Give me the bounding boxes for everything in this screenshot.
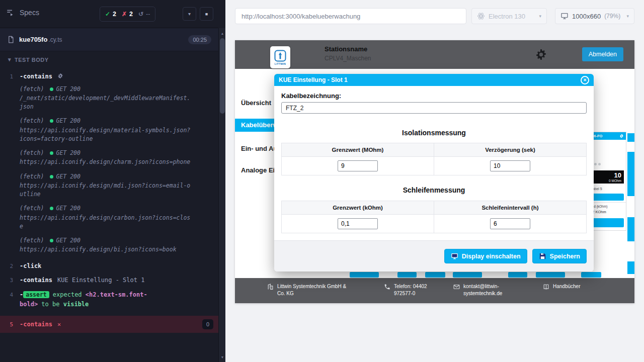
cable-name-input[interactable] xyxy=(281,102,587,114)
modal-body: Kabelbezeichnung: Isolationsmessung Gren… xyxy=(274,86,594,233)
footer-phone[interactable]: Telefon: 04402 972577-0 xyxy=(384,283,443,297)
test-body-header[interactable]: ▾ TEST BODY xyxy=(0,56,48,63)
isolation-delay-input[interactable] xyxy=(490,160,530,171)
clipped-button-fragment xyxy=(425,272,445,278)
stat-passed: ✓2 xyxy=(105,11,116,18)
scroll-down-arrow[interactable]: ▼ xyxy=(219,353,226,360)
clipped-button-fragment xyxy=(397,272,417,278)
led-gray xyxy=(594,163,597,165)
spec-extension: .cy.ts xyxy=(48,36,62,43)
status-dot xyxy=(50,87,53,91)
clipped-card-piece xyxy=(627,152,634,196)
stop-icon: ■ xyxy=(205,12,208,17)
isolation-limit-input[interactable] xyxy=(338,160,378,171)
scroll-up-arrow[interactable]: ▲ xyxy=(219,30,226,37)
email-icon xyxy=(453,284,460,290)
clipped-card-piece xyxy=(627,217,634,241)
nav-item-analoge-eingaenge[interactable]: Analoge Ei xyxy=(241,166,275,174)
card-button[interactable] xyxy=(590,218,624,227)
monitor-icon xyxy=(451,252,458,260)
command-row-contains-failed[interactable]: 5 -contains✕ 0 xyxy=(0,316,218,333)
loop-table: Grenzwert (kOhm) Schleifenintervall (h) xyxy=(281,201,587,233)
command-row-assert[interactable]: 4 -assertexpected <h2.text-sm.font-bold>… xyxy=(0,288,218,312)
save-button[interactable]: Speichern xyxy=(532,249,587,263)
command-argument: KUE Einstellung - Slot 1 xyxy=(57,277,144,284)
command-row-contains-1[interactable]: 1 -contains xyxy=(0,69,218,84)
phone-icon xyxy=(384,284,390,290)
settings-gear-icon[interactable] xyxy=(535,48,547,61)
app-footer: Littwin Systemtechnik GmbH & Co. KG Tele… xyxy=(235,278,634,303)
collapse-button[interactable]: ▾ xyxy=(183,7,196,21)
specs-list-icon xyxy=(6,8,15,17)
fetch-log-row[interactable]: (fetch)GET 200 /_next/static/development… xyxy=(0,84,218,116)
display-value: 10 xyxy=(592,171,621,179)
station-name: CPLV4_Maschen xyxy=(325,55,371,62)
littwin-logo: LITTWIN xyxy=(270,46,290,68)
spec-file-row[interactable]: kue705fo .cy.ts 00:25 xyxy=(0,28,218,51)
electron-icon xyxy=(477,12,485,20)
fetch-log-row[interactable]: (fetch)GET 200 https://api.iconify.desig… xyxy=(0,148,218,171)
command-row-click[interactable]: 2 -click xyxy=(0,259,218,274)
file-icon xyxy=(7,36,15,43)
zoom-level: (79%) xyxy=(604,13,620,20)
close-icon[interactable]: ✕ xyxy=(581,76,589,84)
fetch-url: /_next/static/development/_devMiddleware… xyxy=(20,94,193,112)
nav-item-ein-ausgaenge[interactable]: Ein- und Au xyxy=(241,145,277,152)
command-row-contains-3[interactable]: 3 -containsKUE Einstellung - Slot 1 xyxy=(0,273,218,288)
stop-button[interactable]: ■ xyxy=(200,7,213,21)
scroll-thumb[interactable] xyxy=(220,38,225,114)
clipped-card-piece xyxy=(627,133,634,142)
cable-name-label: Kabelbezeichnung: xyxy=(281,92,587,100)
kue-settings-modal: KUE Einstellung - Slot 1 ✕ Kabelbezeichn… xyxy=(274,74,594,272)
reporter-scrollbar[interactable]: ▲ ▼ xyxy=(218,28,225,362)
loop-limit-input[interactable] xyxy=(338,218,378,229)
browser-label: Electron 130 xyxy=(489,13,525,20)
logout-button[interactable]: Abmelden xyxy=(582,47,623,61)
check-icon: ✓ xyxy=(105,11,110,18)
stat-failed: ✗2 xyxy=(122,11,133,18)
modal-title: KUE Einstellung - Slot 1 xyxy=(279,76,581,83)
modal-header: KUE Einstellung - Slot 1 ✕ xyxy=(274,74,594,86)
chevron-down-icon: ▾ xyxy=(8,56,11,63)
fetch-log-row[interactable]: (fetch)GET 200 https://api.iconify.desig… xyxy=(0,203,218,235)
footer-manuals[interactable]: Handbücher xyxy=(543,283,580,290)
specs-label: Specs xyxy=(20,9,39,17)
display-unit: 0 MOhm xyxy=(592,179,621,183)
isolation-col1-header: Grenzwert (MOhm) xyxy=(282,143,434,157)
spec-name: kue705fo xyxy=(19,36,47,43)
fetch-url: https://api.iconify.design/charm.json?ic… xyxy=(20,158,193,166)
fail-x-icon: ✕ xyxy=(57,321,61,328)
assert-badge: assert xyxy=(23,291,49,298)
stat-pending: ↺-- xyxy=(138,11,150,18)
fetch-log-row[interactable]: (fetch)GET 200 https://api.iconify.desig… xyxy=(0,116,218,148)
chevron-down-icon: ▾ xyxy=(626,14,629,19)
reload-icon: ↺ xyxy=(138,11,143,18)
modal-footer: Display einschalten Speichern xyxy=(274,240,594,272)
footer-email[interactable]: kontakt@littwin-systemtechnik.de xyxy=(453,283,514,297)
cross-icon: ✗ xyxy=(122,11,127,18)
stage: Electron 130 ▾ 1000x660 (79%) ▾ LITTWIN … xyxy=(225,0,644,362)
loop-col1-header: Grenzwert (kOhm) xyxy=(282,201,434,215)
fetch-url: https://api.iconify.design/mdi.json?icon… xyxy=(20,182,193,199)
browser-selector[interactable]: Electron 130 ▾ xyxy=(471,8,547,24)
clipped-button-fragment xyxy=(350,272,379,278)
fetch-log-row[interactable]: (fetch)GET 200 https://api.iconify.desig… xyxy=(0,171,218,204)
specs-menu-button[interactable]: Specs xyxy=(6,8,39,17)
card-gear-icon[interactable] xyxy=(619,134,624,138)
loop-interval-input[interactable] xyxy=(490,218,530,229)
reporter-actions: ▾ ■ xyxy=(183,7,213,21)
measurement-display: 10 0 MOhm xyxy=(590,170,624,184)
nav-item-uebersicht[interactable]: Übersicht xyxy=(241,99,271,107)
floppy-disk-icon xyxy=(539,252,546,260)
cable-card-title: 706-FO xyxy=(590,134,619,138)
status-dot xyxy=(50,119,53,123)
fetch-log-row[interactable]: (fetch)GET 200 https://api.iconify.desig… xyxy=(0,235,218,259)
url-input[interactable] xyxy=(235,8,466,24)
fetch-url: https://api.iconify.design/bi.json?icons… xyxy=(20,245,193,254)
isolation-table: Grenzwert (MOhm) Verzögerung (sek) xyxy=(281,143,587,175)
clipped-button-fragment xyxy=(508,272,527,278)
status-dot xyxy=(50,151,53,155)
company-icon xyxy=(267,284,274,290)
viewport-selector[interactable]: 1000x660 (79%) ▾ xyxy=(555,8,634,24)
display-on-button[interactable]: Display einschalten xyxy=(444,249,527,263)
